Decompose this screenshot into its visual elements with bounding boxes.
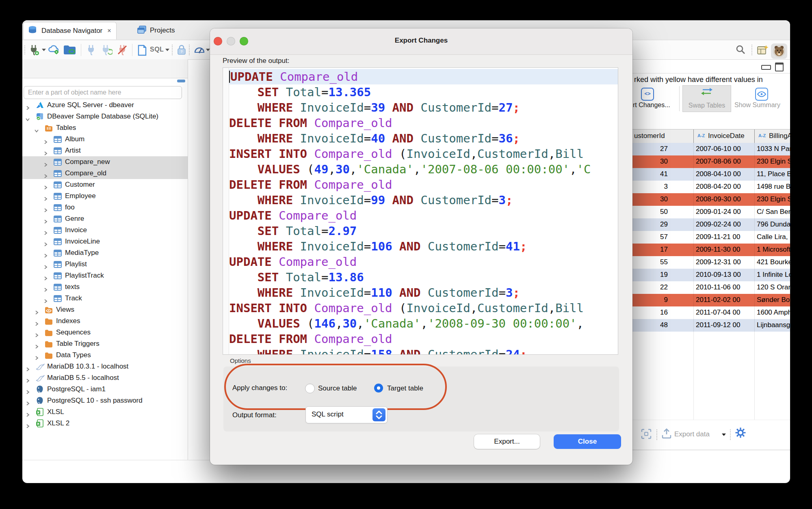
tab-database-navigator[interactable]: Database Navigator × [23,22,117,39]
reconnect-icon[interactable] [100,44,113,57]
panel-divider[interactable] [188,59,188,460]
tree-item-views[interactable]: Views [22,304,188,315]
export-button[interactable]: Export... [474,434,540,449]
cell-billing-address: Sønder Boule [757,296,790,304]
export-changes-icon[interactable]: <> [641,88,654,101]
tree-item-album[interactable]: Album [22,134,188,145]
grid-row[interactable]: 412008-04-10 0011, Place Belle [632,168,790,181]
export-data-dropdown-icon[interactable] [722,434,726,436]
disconnect-icon[interactable] [117,44,128,57]
projects-icon [137,25,147,36]
dashboard-dropdown-icon[interactable] [206,49,210,51]
tree-item-track[interactable]: Track [22,293,188,304]
tree-item-employee[interactable]: Employee [22,190,188,202]
tree-item-mariadb-10-3-1-localhost[interactable]: MariaDB 10.3.1 - localhost [22,361,188,372]
tree-item-postgresql-10-ssh-password[interactable]: PostgreSQL 10 - ssh password [22,395,188,406]
grid-row[interactable]: 172009-11-30 001 Microsoft W [632,244,790,257]
grid-row[interactable]: 502009-01-24 00C/ San Bernar [632,206,790,219]
column-divider[interactable] [693,129,694,143]
column-header-billingaddress[interactable]: BillingAddr [769,132,790,140]
new-window-icon[interactable] [757,44,769,57]
tree-item-foo[interactable]: foo [22,202,188,213]
tree-item-texts[interactable]: texts [22,281,188,293]
user-avatar[interactable] [771,43,787,59]
minimize-view-icon[interactable] [177,80,185,82]
focus-cell-icon[interactable] [641,429,652,441]
tab-projects[interactable]: Projects [132,22,180,39]
sql-editor-label[interactable]: SQL [150,46,164,53]
sql-token: 13.365 [328,85,371,99]
grid-row[interactable]: 302008-09-30 00230 Elgin Stre [632,193,790,206]
grid-row[interactable]: 192010-09-13 001 Infinite Loop [632,269,790,282]
tree-item-compare-old[interactable]: Compare_old [22,168,188,179]
sql-editor-icon[interactable] [137,44,147,58]
tree-item-sequences[interactable]: Sequences [22,327,188,338]
swap-tables-button[interactable]: Swap Tables [682,85,731,112]
tree-item-artist[interactable]: Artist [22,145,188,156]
target-table-radio[interactable] [374,384,383,393]
search-icon[interactable] [735,44,746,56]
tree-item-dbeaver-sample-database-sqlite[interactable]: DBeaver Sample Database (SQLite) [22,111,188,122]
export-changes-button[interactable]: rt Changes... [633,101,670,109]
grid-row[interactable]: 162011-07-04 001600 Amphith [632,306,790,319]
tree-item-invoice[interactable]: Invoice [22,224,188,236]
grid-row[interactable]: 572009-11-21 00Calle Lira, 198 [632,231,790,244]
column-header-invoicedate[interactable]: InvoiceDate [708,132,754,140]
connection-folder-icon[interactable] [63,44,77,57]
tree-item-azure-sql-server-dbeaver[interactable]: Azure SQL Server - dbeaver [22,99,188,111]
grid-row[interactable]: 32008-04-20 001498 rue Béla [632,181,790,194]
sql-token: = [364,239,371,253]
tree-item-genre[interactable]: Genre [22,213,188,224]
grid-row[interactable]: 272007-06-10 001033 N Park A [632,143,790,156]
cloud-settings-icon[interactable] [48,44,61,56]
sql-token: , [328,162,335,176]
source-table-radio-label[interactable]: Source table [318,384,357,393]
tree-item-postgresql-iam1[interactable]: PostgreSQL - iam1 [22,384,188,395]
column-divider[interactable] [754,129,755,143]
tree-item-playlisttrack[interactable]: PlaylistTrack [22,270,188,281]
source-table-radio[interactable] [305,384,315,393]
chevron-right-icon[interactable] [25,421,30,432]
tree-item-indexes[interactable]: Indexes [22,315,188,327]
tree-item-customer[interactable]: Customer [22,179,188,190]
tree-item-compare-new[interactable]: Compare_new [22,156,188,168]
grid-row[interactable]: 482011-09-12 00Lijnbaansgrac [632,319,790,332]
close-tab-icon[interactable]: × [107,27,111,35]
object-filter-input[interactable] [24,86,182,99]
tree-item-mariadb-5-5-localhost[interactable]: MariaDB 5.5 - localhost [22,372,188,384]
new-connection-dropdown-icon[interactable] [42,49,46,51]
tree-item-playlist[interactable]: Playlist [22,259,188,270]
new-connection-icon[interactable] [28,44,39,57]
tree-item-xlsl[interactable]: XLSL [22,406,188,418]
tree-item-tables[interactable]: Tables [22,122,188,134]
maximize-editor-icon[interactable] [775,63,784,71]
export-data-button[interactable]: Export data [674,430,710,438]
grid-row[interactable]: 302007-08-06 00230 Elgin Stre [632,155,790,168]
grid-row-empty [632,344,790,357]
tree-item-xlsl-2[interactable]: XLSL 2 [22,418,188,429]
grid-row[interactable]: 222010-11-06 00120 S Orange [632,281,790,294]
tree-item-table-triggers[interactable]: Table Triggers [22,338,188,349]
lock-icon[interactable]: ? [177,44,186,57]
show-summary-button[interactable]: Show Summary [734,101,780,109]
grid-settings-gear-icon[interactable] [735,427,746,440]
close-button[interactable]: Close [554,434,621,449]
show-summary-icon[interactable] [755,88,768,101]
tree-item-mediatype[interactable]: MediaType [22,247,188,259]
sql-preview-editor[interactable]: UPDATE Compare_old SET Total=13.365 WHER… [223,67,618,355]
connect-icon[interactable] [86,44,96,57]
tree-item-invoiceline[interactable]: InvoiceLine [22,236,188,247]
dashboard-gauge-icon[interactable] [194,44,205,56]
grid-row[interactable]: 552009-12-31 00421 Bourke St [632,256,790,269]
output-format-select[interactable]: SQL script [305,406,388,423]
minimize-editor-icon[interactable] [761,65,771,70]
export-upload-icon[interactable] [661,428,672,441]
tree-item-data-types[interactable]: Data Types [22,349,188,361]
grid-row[interactable]: 292009-02-24 00796 Dundas S [632,218,790,231]
target-table-radio-label[interactable]: Target table [387,384,423,393]
sql-token: AND [392,286,428,300]
tree-item-label: MediaType [65,247,99,259]
sql-editor-dropdown-icon[interactable] [165,49,169,51]
grid-row[interactable]: 92011-02-02 00Sønder Boule [632,294,790,307]
column-header-customerid[interactable]: ustomerId [634,132,670,140]
